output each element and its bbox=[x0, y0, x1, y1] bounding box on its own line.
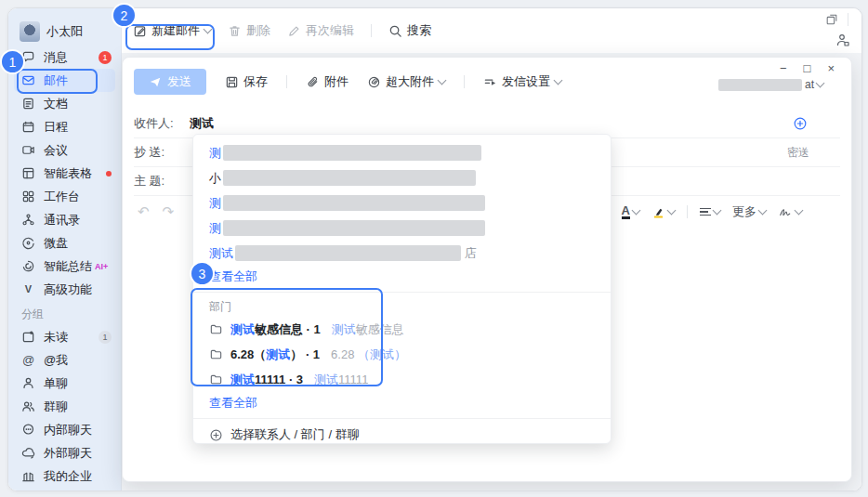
sidebar-item-single-chat[interactable]: 单聊 bbox=[8, 372, 121, 395]
sidebar-item-label: 通讯录 bbox=[44, 212, 80, 229]
redo-icon[interactable]: ↷ bbox=[163, 203, 175, 220]
attachment-label: 附件 bbox=[324, 73, 349, 90]
redacted-contact bbox=[223, 195, 485, 211]
avatar bbox=[20, 21, 40, 42]
account-selector[interactable]: at bbox=[718, 78, 823, 91]
delete-button[interactable]: 删除 bbox=[228, 22, 270, 39]
header-right-icons bbox=[825, 13, 848, 26]
unreadbox-icon bbox=[21, 330, 35, 344]
sidebar-item-unread[interactable]: 未读1 bbox=[8, 325, 121, 348]
drive-icon bbox=[21, 236, 35, 250]
sidebar-item-workbench[interactable]: 工作台 bbox=[8, 185, 121, 208]
sidebar-item-drive[interactable]: 微盘 bbox=[8, 231, 121, 255]
search-icon bbox=[388, 24, 402, 38]
grid-icon bbox=[21, 190, 35, 203]
sidebar-item-ai-summary[interactable]: 智能总结AI+ bbox=[8, 255, 121, 278]
send-settings-label: 发信设置 bbox=[502, 73, 550, 90]
contact-name-prefix: 测 bbox=[209, 220, 221, 237]
sidebar-item-internal-chat[interactable]: 内部聊天 bbox=[8, 418, 121, 441]
send-label: 发送 bbox=[167, 73, 191, 90]
contact-card-icon[interactable] bbox=[835, 33, 850, 47]
contact-suggestion-row[interactable]: 测试店 bbox=[193, 241, 611, 266]
sidebar-item-calendar[interactable]: 日程 bbox=[8, 115, 121, 138]
sidebar-item-my-company[interactable]: 我的企业 bbox=[8, 464, 121, 488]
search-label: 搜索 bbox=[407, 22, 431, 39]
doc-icon bbox=[21, 97, 35, 111]
minimize-button[interactable]: − bbox=[780, 61, 787, 76]
signature-button[interactable] bbox=[778, 205, 802, 218]
contact-suggestion-row[interactable]: 测 bbox=[193, 140, 611, 165]
undo-icon[interactable]: ↶ bbox=[138, 203, 150, 220]
send-settings-button[interactable]: 发信设置 bbox=[483, 73, 561, 90]
sidebar-item-docs[interactable]: 文档 bbox=[8, 92, 121, 115]
step-badge-2: 2 bbox=[112, 3, 137, 28]
popout-window-icon[interactable] bbox=[825, 13, 838, 26]
person-icon bbox=[21, 376, 35, 390]
step-box-1 bbox=[17, 69, 98, 94]
send-button[interactable]: 发送 bbox=[134, 69, 206, 95]
highlight-button[interactable] bbox=[651, 205, 675, 219]
align-button[interactable] bbox=[700, 206, 720, 217]
sidebar-item-meeting[interactable]: 会议 bbox=[8, 138, 121, 162]
obubble-icon bbox=[21, 446, 35, 460]
save-button[interactable]: 保存 bbox=[225, 73, 268, 90]
aisum-icon bbox=[21, 259, 35, 273]
to-value: 测试 bbox=[190, 115, 214, 132]
step-box-3 bbox=[191, 288, 383, 386]
user-name: 小太阳 bbox=[46, 23, 83, 40]
contact-suggestion-row[interactable]: 测 bbox=[193, 190, 611, 216]
sidebar-item-label: @我 bbox=[44, 352, 68, 369]
contact-suggestion-row[interactable]: 测 bbox=[193, 216, 611, 241]
sidebar-item-label: 工作台 bbox=[44, 189, 80, 205]
count-badge: 1 bbox=[99, 51, 112, 64]
close-button[interactable]: × bbox=[827, 61, 835, 76]
user-profile[interactable]: 小太阳 bbox=[8, 8, 121, 46]
font-color-button[interactable]: A bbox=[622, 205, 639, 219]
sidebar-item-contacts[interactable]: 通讯录 bbox=[8, 208, 121, 231]
group-section-label: 分组 bbox=[8, 303, 121, 325]
chevron-down-icon bbox=[438, 76, 447, 85]
contact-suggestion-row[interactable]: 小 bbox=[193, 165, 611, 190]
sidebar-item-label: 外部聊天 bbox=[44, 445, 92, 462]
step-badge-3: 3 bbox=[190, 261, 215, 286]
sidebar-item-advanced[interactable]: V高级功能 bbox=[8, 278, 121, 301]
ibubble-icon bbox=[21, 423, 35, 437]
attachment-button[interactable]: 附件 bbox=[306, 73, 349, 90]
sidebar-item-label: 智能总结 bbox=[44, 258, 92, 275]
format-divider bbox=[687, 205, 688, 218]
edit-again-button[interactable]: 再次编辑 bbox=[287, 22, 354, 39]
sidebar-item-at-me[interactable]: @@我 bbox=[8, 348, 121, 372]
view-all-departments-link[interactable]: 查看全部 bbox=[193, 392, 611, 414]
sidebar-item-messages[interactable]: 消息1 bbox=[8, 46, 121, 69]
notification-dot bbox=[106, 171, 112, 177]
sidebar-item-group-chat[interactable]: 群聊 bbox=[8, 395, 121, 418]
sidebar-item-label: 单聊 bbox=[44, 375, 68, 392]
save-icon bbox=[225, 75, 239, 89]
sidebar-item-external-chat[interactable]: 外部聊天 bbox=[8, 441, 121, 464]
trash-icon bbox=[228, 24, 242, 38]
account-suffix: at bbox=[805, 78, 814, 91]
large-attachment-button[interactable]: 超大附件 bbox=[367, 73, 445, 90]
add-recipient-icon[interactable] bbox=[793, 116, 808, 131]
maximize-button[interactable]: □ bbox=[804, 61, 811, 76]
contact-name-suffix: 店 bbox=[465, 245, 477, 262]
more-format-button[interactable]: 更多 bbox=[732, 203, 766, 220]
header-divider bbox=[848, 13, 848, 26]
sidebar-item-label: 文档 bbox=[44, 96, 68, 112]
sidebar-item-label: 未读 bbox=[44, 329, 68, 346]
step-box-2 bbox=[125, 24, 215, 50]
save-label: 保存 bbox=[243, 73, 268, 90]
plus-circle-icon bbox=[209, 428, 223, 442]
sidebar-item-label: 智能表格 bbox=[44, 165, 92, 182]
redacted-contact bbox=[223, 220, 485, 236]
bcc-toggle[interactable]: 密送 bbox=[787, 145, 809, 161]
to-label: 收件人: bbox=[134, 115, 186, 132]
select-contacts-button[interactable]: 选择联系人 / 部门 / 群聊 bbox=[193, 423, 611, 447]
app-window: 小太阳 消息1邮件文档日程会议智能表格工作台通讯录微盘智能总结AI+V高级功能分… bbox=[7, 7, 862, 491]
compose-toolbar-divider bbox=[464, 75, 465, 88]
contact-name-prefix: 测 bbox=[209, 195, 221, 212]
sidebar-item-sheet[interactable]: 智能表格 bbox=[8, 162, 121, 185]
redacted-account bbox=[718, 79, 802, 91]
search-button[interactable]: 搜索 bbox=[388, 22, 431, 39]
view-all-contacts-link[interactable]: 查看全部 bbox=[193, 266, 611, 288]
